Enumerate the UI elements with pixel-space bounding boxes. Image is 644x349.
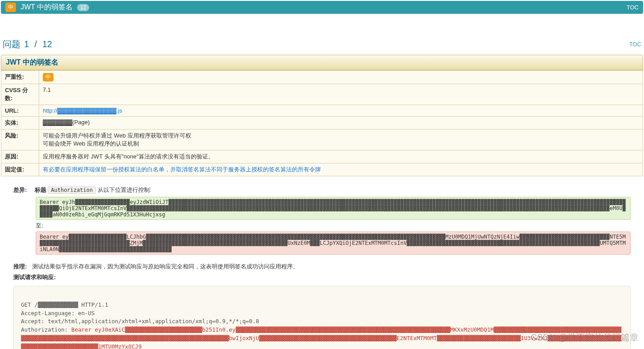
http-l4a: Authorization:	[21, 326, 71, 333]
diff-to-label: 至:	[36, 221, 631, 231]
issue-nav-total: 12	[42, 39, 52, 49]
issue-nav-label: 问题	[3, 38, 21, 50]
meta-url-v: http://▓▓▓▓▓▓▓▓▓▓▓▓▓▓.js	[39, 105, 643, 117]
http-l2: Accept-Language: en-US	[21, 310, 95, 317]
issue-nav: 问题 1 / 12 TOC	[3, 38, 641, 50]
issue-nav-current: 1	[24, 39, 29, 49]
reasoning-label: 推理:	[13, 263, 27, 270]
topbar: 中 JWT 中的弱签名 12 TOC	[1, 1, 643, 14]
toc-link-nav[interactable]: TOC	[629, 41, 641, 48]
meta-entity-k: 实体:	[1, 117, 39, 130]
http-l1: GET /▓▓▓▓▓▓▓▓▓▓▓▓ HTTP/1.1	[21, 301, 108, 308]
risk-line-2: 可能会绕开 Web 应用程序的认证机制	[43, 140, 639, 148]
meta-risk-v: 可能会升级用户特权并通过 Web 应用程序获取管理许可权 可能会绕开 Web 应…	[39, 130, 643, 150]
meta-fix-v: 有必要在应用程序端保留一份授权算法的白名单，并取消签名算法不同于服务器上授权的签…	[39, 163, 643, 176]
meta-cvss-k: CVSS 分数:	[1, 84, 39, 105]
meta-fix-k: 固定值:	[1, 163, 39, 176]
request-response-label: 测试请求和响应:	[13, 273, 644, 281]
diff-from-block: Bearer eyJh▓▓▓▓▓▓▓▓▓▓▓▓▓▓▓▓▓eyJzdWIiOiJT…	[36, 197, 631, 220]
count-badge: 12	[77, 4, 89, 11]
severity-badge: 中	[5, 3, 16, 12]
diff-section: 差异: 标题 Authorization 从以下位置进行控制: Bearer e…	[13, 186, 631, 255]
meta-severity-v: 中	[39, 71, 643, 84]
url-link[interactable]: http://▓▓▓▓▓▓▓▓▓▓▓▓▓▓.js	[43, 107, 122, 114]
issue-title: JWT 中的弱签名	[1, 55, 643, 70]
meta-risk-k: 风险:	[1, 130, 39, 150]
diff-to-block: Bearer ey▓▓▓▓▓▓▓▓▓▓▓▓▓▓▓▓▓▓LCJhbG▓▓▓▓▓▓▓…	[36, 231, 631, 255]
http-box: GET /▓▓▓▓▓▓▓▓▓▓▓▓ HTTP/1.1 Accept-Langua…	[13, 286, 631, 349]
issue-nav-sep: /	[34, 39, 37, 49]
diff-header-word: 标题	[35, 187, 46, 193]
risk-line-1: 可能会升级用户特权并通过 Web 应用程序获取管理许可权	[43, 132, 639, 140]
diff-header-tail: 从以下位置进行控制:	[98, 187, 152, 193]
http-l3: Accept: text/html,application/xhtml+xml,…	[21, 318, 259, 325]
meta-cause-v: 应用程序服务器对 JWT 头具有"none"算法的请求没有适当的验证。	[39, 150, 643, 163]
fix-link[interactable]: 有必要在应用程序端保留一份授权算法的白名单，并取消签名算法不同于服务器上授权的签…	[43, 166, 321, 173]
meta-url-k: URL:	[1, 105, 39, 117]
severity-pill: 中	[43, 73, 53, 81]
diff-header-chip: Authorization	[48, 187, 96, 194]
meta-table: 严重性: 中 CVSS 分数: 7.1 URL: http://▓▓▓▓▓▓▓▓…	[1, 70, 643, 176]
toc-link-top[interactable]: TOC	[627, 4, 639, 11]
http-l4b: Bearer eyJ0eXAiC▓▓▓▓▓▓▓▓▓▓▓▓▓▓▓▓▓▓▓▓▓▓▓b…	[21, 326, 621, 349]
meta-cvss-v: 7.1	[39, 84, 643, 105]
meta-cause-k: 原因:	[1, 150, 39, 163]
meta-severity-k: 严重性:	[1, 71, 39, 84]
reasoning-text: 测试结果似乎指示存在漏洞，因为测试响应与原始响应完全相同，这表明使用弱签名成功访…	[32, 263, 299, 270]
reasoning-line: 推理: 测试结果似乎指示存在漏洞，因为测试响应与原始响应完全相同，这表明使用弱签…	[13, 263, 644, 271]
diff-label: 差异:	[13, 186, 33, 194]
page-title: JWT 中的弱签名	[21, 3, 73, 12]
meta-entity-v: ▓▓▓▓▓▓▓(Page)	[39, 117, 643, 130]
